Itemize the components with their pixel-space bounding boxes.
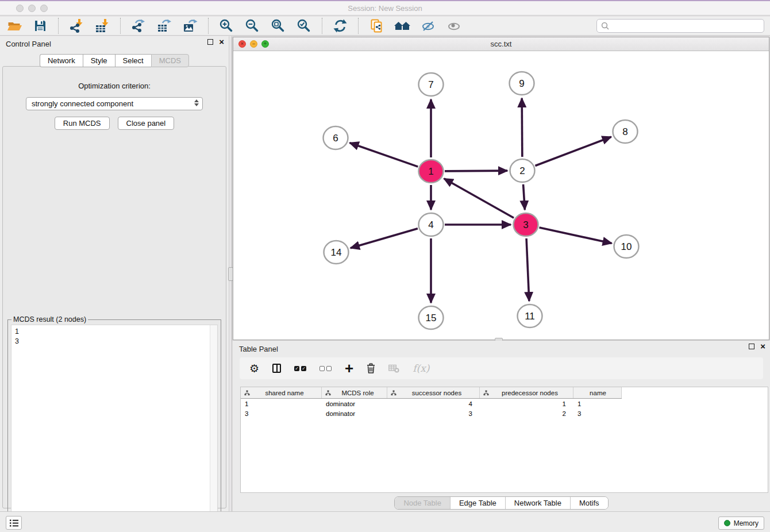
main-toolbar bbox=[0, 17, 770, 36]
memory-button[interactable]: Memory bbox=[718, 516, 764, 530]
node-table[interactable]: shared nameMCDS rolesuccessor nodesprede… bbox=[240, 387, 768, 493]
node-1[interactable]: 1 bbox=[419, 160, 444, 183]
search-field[interactable] bbox=[596, 19, 764, 33]
edge-2-3[interactable] bbox=[523, 184, 525, 210]
edge-4-14[interactable] bbox=[351, 229, 418, 248]
add-column-button[interactable]: + bbox=[345, 360, 353, 377]
control-panel: Control Panel × NetworkStyleSelectMCDS O… bbox=[0, 36, 229, 511]
node-3[interactable]: 3 bbox=[514, 213, 538, 236]
column-header-shared-name[interactable]: shared name bbox=[241, 387, 322, 398]
float-panel-icon[interactable] bbox=[207, 39, 213, 45]
table-tab-edge-table[interactable]: Edge Table bbox=[450, 497, 505, 509]
eye-icon bbox=[446, 18, 461, 33]
edge-2-9[interactable] bbox=[522, 98, 522, 157]
zoom-in-button[interactable] bbox=[215, 18, 237, 34]
import-network-button[interactable] bbox=[66, 18, 87, 34]
toolbar-separator bbox=[208, 18, 209, 34]
table-row[interactable]: 1dominator411 bbox=[241, 399, 622, 408]
node-11[interactable]: 11 bbox=[518, 304, 542, 327]
node-8[interactable]: 8 bbox=[613, 120, 638, 143]
table-tab-motifs[interactable]: Motifs bbox=[570, 497, 608, 509]
hide-selected-button[interactable] bbox=[417, 18, 439, 34]
mcds-tab-content: Optimization criterion: strongly connect… bbox=[2, 66, 226, 508]
sort-column-icon bbox=[391, 390, 396, 396]
open-session-button[interactable] bbox=[3, 18, 25, 34]
node-4[interactable]: 4 bbox=[419, 213, 444, 236]
control-tab-mcds[interactable]: MCDS bbox=[151, 54, 189, 67]
zoom-out-button[interactable] bbox=[241, 18, 263, 34]
edge-3-10[interactable] bbox=[539, 228, 611, 243]
network-canvas[interactable]: 1234678910111415 bbox=[233, 51, 769, 340]
optimization-criterion-label: Optimization criterion: bbox=[3, 82, 226, 90]
close-table-panel-icon[interactable]: × bbox=[760, 344, 765, 349]
export-table-icon bbox=[157, 18, 172, 33]
plus-icon: + bbox=[345, 363, 353, 374]
node-14[interactable]: 14 bbox=[324, 241, 349, 264]
column-header-name[interactable]: name bbox=[573, 387, 622, 398]
node-7[interactable]: 7 bbox=[419, 73, 444, 96]
panel-splitter[interactable] bbox=[229, 36, 232, 511]
node-2[interactable]: 2 bbox=[510, 159, 535, 182]
save-session-button[interactable] bbox=[29, 18, 51, 34]
column-header-successor-nodes[interactable]: successor nodes bbox=[387, 387, 480, 398]
delete-table-button[interactable] bbox=[388, 360, 399, 377]
search-input[interactable] bbox=[610, 22, 760, 30]
column-header-MCDS-role[interactable]: MCDS role bbox=[322, 387, 387, 398]
function-icon: f(x) bbox=[413, 363, 429, 374]
control-tab-network[interactable]: Network bbox=[40, 54, 83, 67]
select-all-rows-button[interactable]: ✓✓ bbox=[294, 360, 306, 377]
node-10[interactable]: 10 bbox=[614, 235, 639, 258]
copy-network-style-button[interactable] bbox=[365, 18, 387, 34]
gear-icon: ⚙ bbox=[249, 362, 259, 375]
node-15[interactable]: 15 bbox=[419, 306, 444, 329]
table-panel-title: Table Panel bbox=[239, 345, 278, 353]
table-settings-button[interactable]: ⚙ bbox=[249, 360, 259, 377]
zoom-fit-button[interactable] bbox=[267, 18, 289, 34]
node-9[interactable]: 9 bbox=[510, 72, 534, 95]
export-table-button[interactable] bbox=[153, 18, 175, 34]
criterion-select[interactable]: strongly connected component bbox=[26, 97, 203, 110]
import-table-button[interactable] bbox=[91, 18, 113, 34]
mcds-result-textarea[interactable]: 1 3 bbox=[11, 325, 218, 531]
edge-2-8[interactable] bbox=[535, 137, 611, 165]
float-table-panel-icon[interactable] bbox=[749, 344, 754, 349]
home-layout-button[interactable] bbox=[391, 18, 413, 34]
delete-column-button[interactable] bbox=[367, 360, 375, 377]
show-panels-button[interactable] bbox=[6, 516, 22, 530]
table-tab-network-table[interactable]: Network Table bbox=[505, 497, 570, 509]
show-all-button[interactable] bbox=[443, 18, 465, 34]
toolbar-separator bbox=[322, 18, 322, 34]
export-network-button[interactable] bbox=[128, 18, 149, 34]
zoom-selected-button[interactable] bbox=[293, 18, 315, 34]
export-image-button[interactable] bbox=[179, 18, 201, 34]
edge-3-11[interactable] bbox=[526, 238, 529, 301]
close-panel-button[interactable]: Close panel bbox=[118, 117, 175, 130]
control-tab-style[interactable]: Style bbox=[83, 54, 115, 67]
delete-table-icon bbox=[388, 364, 399, 373]
refresh-view-button[interactable] bbox=[329, 18, 351, 34]
table-row[interactable]: 3dominator323 bbox=[241, 408, 622, 418]
table-tab-node-table[interactable]: Node Table bbox=[395, 497, 450, 509]
edge-1-2[interactable] bbox=[445, 171, 507, 171]
network-graph[interactable]: 1234678910111415 bbox=[233, 51, 769, 340]
split-columns-button[interactable] bbox=[272, 360, 281, 377]
svg-text:7: 7 bbox=[428, 79, 433, 90]
edge-1-6[interactable] bbox=[350, 143, 418, 167]
deselect-all-rows-button[interactable] bbox=[319, 360, 332, 377]
apply-function-button[interactable]: f(x) bbox=[413, 360, 429, 377]
svg-text:4: 4 bbox=[428, 219, 433, 230]
column-header-predecessor-nodes[interactable]: predecessor nodes bbox=[480, 387, 573, 398]
node-6[interactable]: 6 bbox=[324, 126, 348, 149]
result-scrollbar[interactable] bbox=[210, 325, 217, 531]
control-tab-select[interactable]: Select bbox=[115, 54, 151, 67]
svg-text:9: 9 bbox=[519, 78, 524, 89]
cell-successor-nodes: 4 bbox=[387, 400, 480, 407]
run-mcds-button[interactable]: Run MCDS bbox=[55, 117, 110, 130]
close-panel-icon[interactable]: × bbox=[219, 39, 224, 45]
cell-predecessor-nodes: 2 bbox=[480, 410, 573, 417]
checked-box-icon: ✓ bbox=[294, 366, 299, 371]
columns-icon bbox=[272, 364, 281, 373]
edge-3-1[interactable] bbox=[444, 179, 514, 218]
home-icon bbox=[394, 18, 411, 33]
table-body: 1dominator4113dominator323 bbox=[241, 399, 768, 418]
